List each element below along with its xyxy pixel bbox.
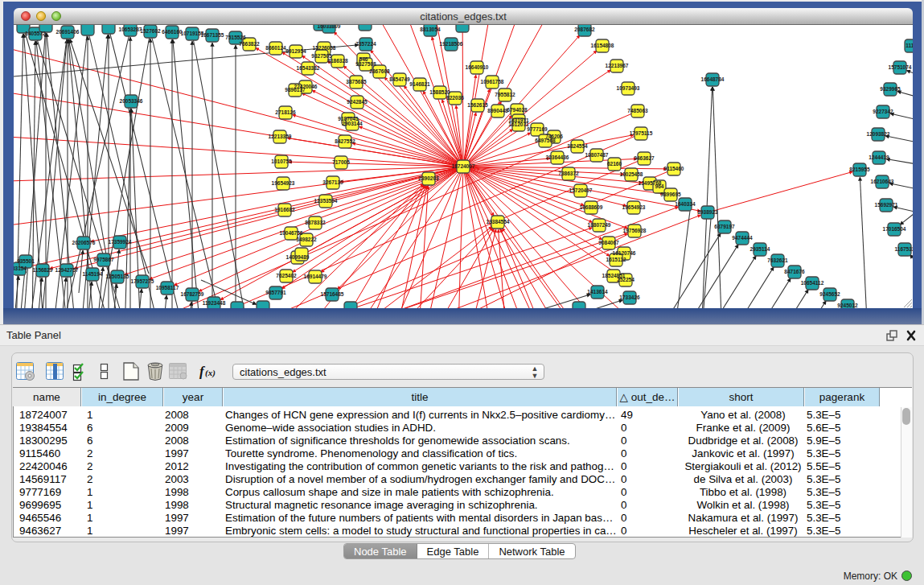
svg-text:9899695: 9899695: [660, 192, 681, 197]
svg-text:9896137: 9896137: [285, 87, 306, 93]
svg-text:935501: 935501: [17, 258, 35, 264]
svg-text:12505135: 12505135: [106, 274, 129, 279]
svg-text:16648784: 16648784: [701, 76, 725, 82]
svg-text:19654923: 19654923: [272, 180, 295, 186]
svg-text:16914479: 16914479: [304, 274, 327, 279]
svg-text:20206576: 20206576: [72, 240, 96, 245]
svg-text:12213967: 12213967: [606, 63, 629, 68]
svg-text:7357224: 7357224: [355, 41, 376, 47]
svg-text:3498222: 3498222: [296, 237, 317, 242]
svg-text:9227342: 9227342: [873, 109, 893, 114]
svg-text:1615112: 1615112: [606, 257, 626, 262]
svg-text:10807487: 10807487: [585, 152, 609, 158]
svg-text:964: 964: [655, 183, 664, 189]
svg-text:3824554: 3824554: [567, 143, 588, 149]
svg-text:10025458: 10025458: [620, 171, 643, 177]
svg-text:6497568: 6497568: [535, 138, 556, 143]
svg-text:16782759: 16782759: [181, 291, 204, 297]
svg-text:9242845: 9242845: [347, 99, 368, 105]
svg-text:12093822: 12093822: [867, 131, 890, 137]
svg-text:17975115: 17975115: [630, 130, 653, 136]
svg-text:17957275: 17957275: [131, 278, 154, 284]
svg-text:10046756: 10046756: [280, 230, 303, 236]
svg-text:10653287: 10653287: [119, 27, 142, 32]
svg-text:2718126: 2718126: [275, 109, 296, 115]
svg-text:16120746: 16120746: [613, 250, 636, 256]
svg-text:8813054: 8813054: [420, 27, 441, 32]
svg-text:822036: 822036: [446, 95, 464, 101]
svg-text:15751074: 15751074: [889, 64, 912, 70]
svg-text:1145194: 1145194: [83, 271, 103, 277]
svg-text:33154: 33154: [14, 266, 27, 271]
svg-text:8878332: 8878332: [305, 220, 326, 225]
svg-text:10961758: 10961758: [481, 79, 504, 84]
svg-text:1588520: 1588520: [429, 89, 450, 95]
svg-text:1562615: 1562615: [467, 102, 488, 108]
svg-text:17359924: 17359924: [109, 239, 132, 245]
svg-text:9474444: 9474444: [732, 235, 753, 241]
svg-text:2903144: 2903144: [342, 121, 363, 126]
svg-text:8215955: 8215955: [849, 167, 870, 172]
svg-text:8660124: 8660124: [265, 45, 286, 51]
svg-text:1916682: 1916682: [274, 207, 295, 212]
svg-text:7632621: 7632621: [767, 257, 788, 263]
svg-text:2867608: 2867608: [369, 68, 390, 74]
svg-text:1640334: 1640334: [675, 201, 696, 207]
svg-text:15226058: 15226058: [313, 45, 336, 51]
svg-text:7515526: 7515526: [225, 35, 246, 40]
svg-text:16640910: 16640910: [466, 64, 489, 70]
svg-text:9245652: 9245652: [819, 291, 840, 297]
svg-text:12213359: 12213359: [269, 134, 292, 139]
svg-text:1612071: 1612071: [508, 122, 529, 127]
svg-text:9084067: 9084067: [598, 240, 619, 245]
svg-text:10973493: 10973493: [617, 85, 640, 91]
svg-text:12942757: 12942757: [55, 267, 79, 273]
svg-text:2390203: 2390203: [418, 175, 439, 181]
svg-text:17016504: 17016504: [883, 226, 906, 232]
svg-text:10654112: 10654112: [801, 280, 824, 286]
svg-text:9777169: 9777169: [527, 126, 548, 132]
svg-text:7625402: 7625402: [276, 273, 297, 278]
svg-text:16210643: 16210643: [871, 179, 894, 184]
svg-text:9327508: 9327508: [355, 61, 376, 67]
svg-text:9463627: 9463627: [634, 155, 655, 161]
svg-text:252254: 252254: [617, 277, 634, 282]
svg-text:1733426: 1733426: [619, 295, 640, 300]
svg-text:6466160: 6466160: [162, 29, 183, 35]
svg-text:1156829: 1156829: [33, 267, 53, 273]
svg-text:12353594: 12353594: [314, 198, 338, 204]
svg-text:8912954: 8912954: [285, 48, 306, 54]
svg-text:19654923: 19654923: [622, 204, 646, 210]
svg-text:1010755: 1010755: [271, 159, 292, 164]
svg-text:1527602: 1527602: [140, 28, 161, 34]
svg-text:9245012: 9245012: [837, 303, 858, 308]
svg-text:62160: 62160: [607, 161, 622, 167]
svg-text:8938923: 8938923: [697, 209, 718, 215]
svg-text:8454749: 8454749: [389, 76, 410, 82]
svg-text:9115460: 9115460: [664, 166, 684, 171]
svg-text:16154808: 16154808: [591, 43, 614, 48]
svg-text:19384554: 19384554: [487, 219, 510, 225]
svg-text:2935114: 2935114: [750, 246, 770, 252]
svg-text:9329965: 9329965: [880, 86, 901, 92]
svg-text:1167533: 1167533: [895, 246, 913, 252]
svg-text:9975867: 9975867: [93, 257, 114, 262]
svg-text:6794028: 6794028: [507, 107, 528, 113]
svg-text:7386372: 7386372: [558, 171, 579, 176]
svg-text:19756928: 19756928: [623, 228, 647, 233]
svg-text:3267130: 3267130: [322, 179, 343, 185]
svg-text:2087682: 2087682: [574, 27, 595, 32]
svg-text:14099489: 14099489: [286, 254, 310, 260]
svg-text:8186328: 8186328: [327, 58, 348, 64]
svg-text:20691406: 20691406: [56, 29, 80, 35]
svg-text:1244419: 1244419: [869, 154, 889, 160]
svg-text:15692971: 15692971: [875, 202, 898, 208]
svg-text:9146821: 9146821: [409, 81, 430, 87]
svg-text:8990448: 8990448: [487, 108, 508, 113]
svg-text:(x): (x): [205, 368, 216, 378]
svg-text:10958117: 10958117: [156, 285, 179, 290]
svg-text:19218506: 19218506: [440, 41, 463, 47]
svg-text:11923448: 11923448: [203, 300, 226, 306]
svg-text:18724007: 18724007: [452, 163, 475, 169]
svg-text:8427552: 8427552: [335, 138, 355, 144]
